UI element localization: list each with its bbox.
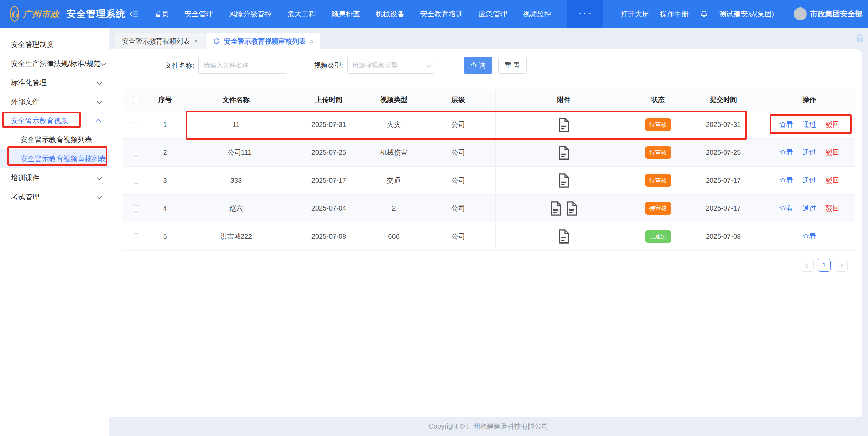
level-cell: 公司 bbox=[421, 195, 496, 222]
attachment-cell bbox=[496, 222, 632, 250]
table-row: 4赵六2025-07-042公司待审核2025-07-17查看通过驳回 bbox=[123, 195, 855, 222]
status-badge: 待审核 bbox=[645, 146, 671, 159]
sidebar-item[interactable]: 安全警示教育视频 bbox=[0, 111, 109, 130]
status-cell: 待审核 bbox=[632, 167, 684, 195]
row-index: 4 bbox=[149, 195, 181, 222]
video-type-cell: 666 bbox=[367, 222, 421, 250]
main-layout: 安全管理制度安全生产法律法规/标准/规范标准化管理外部文件安全警示教育视频安全警… bbox=[0, 28, 868, 436]
action-link[interactable]: 驳回 bbox=[826, 120, 839, 129]
user-department[interactable]: 市政集团安全部 bbox=[810, 9, 863, 19]
attachment-cell bbox=[496, 167, 632, 195]
card-row: 文件名称: 视频类型: 请选择视频类型 查 询 重 置 bbox=[109, 49, 868, 417]
nav-more-button[interactable]: ··· bbox=[567, 0, 603, 28]
search-button[interactable]: 查 询 bbox=[464, 57, 492, 74]
select-all-checkbox[interactable] bbox=[133, 97, 139, 103]
action-link[interactable]: 查看 bbox=[803, 232, 816, 241]
row-checkbox[interactable] bbox=[133, 178, 139, 184]
document-icon[interactable] bbox=[558, 173, 570, 188]
sidebar-item[interactable]: 培训课件 bbox=[0, 168, 109, 187]
row-checkbox[interactable] bbox=[133, 233, 139, 239]
sidebar-item[interactable]: 安全管理制度 bbox=[0, 35, 109, 54]
action-link[interactable]: 驳回 bbox=[826, 176, 839, 185]
row-index: 2 bbox=[149, 139, 181, 167]
submit-time-cell: 2025-07-25 bbox=[684, 139, 763, 167]
action-link[interactable]: 驳回 bbox=[826, 148, 839, 157]
chevron-left-icon bbox=[805, 263, 809, 268]
action-links: 查看通过驳回 bbox=[779, 176, 839, 185]
action-links: 查看通过驳回 bbox=[779, 120, 839, 129]
status-badge: 待审核 bbox=[645, 174, 671, 187]
close-icon[interactable]: × bbox=[194, 37, 198, 45]
reset-button[interactable]: 重 置 bbox=[498, 57, 527, 74]
sidebar-item-label: 培训课件 bbox=[11, 173, 97, 183]
row-checkbox[interactable] bbox=[133, 122, 139, 128]
table-body: 1112025-07-31火灾公司待审核2025-07-31查看通过驳回2一公司… bbox=[123, 111, 855, 250]
row-index: 3 bbox=[149, 167, 181, 195]
row-index: 1 bbox=[149, 111, 181, 139]
nav-item[interactable]: 隐患排查 bbox=[332, 9, 360, 19]
action-link[interactable]: 通过 bbox=[803, 176, 816, 185]
nav-item[interactable]: 应急管理 bbox=[479, 9, 507, 19]
avatar[interactable] bbox=[794, 7, 807, 20]
manual-button[interactable]: 操作手册 bbox=[660, 9, 689, 19]
nav-item[interactable]: 首页 bbox=[155, 9, 169, 19]
row-checkbox-cell bbox=[123, 195, 149, 222]
action-link[interactable]: 查看 bbox=[779, 148, 793, 157]
action-link[interactable]: 通过 bbox=[803, 148, 816, 157]
action-links: 查看 bbox=[803, 232, 816, 241]
tab-label: 安全警示教育视频审核列表 bbox=[224, 37, 306, 46]
column-header: 提交时间 bbox=[684, 89, 763, 111]
video-type-cell: 火灾 bbox=[367, 111, 421, 139]
video-type-label: 视频类型: bbox=[314, 61, 343, 70]
sidebar-subitem[interactable]: 安全警示教育视频列表 bbox=[0, 130, 109, 149]
status-cell: 已通过 bbox=[632, 222, 684, 250]
action-link[interactable]: 查看 bbox=[779, 176, 793, 185]
next-page-button[interactable] bbox=[835, 259, 848, 272]
bell-icon[interactable] bbox=[700, 10, 708, 18]
row-checkbox[interactable] bbox=[133, 150, 139, 156]
tab-video-review-list[interactable]: 安全警示教育视频审核列表 × bbox=[206, 33, 320, 49]
tab-label: 安全警示教育视频列表 bbox=[122, 37, 190, 46]
sidebar-item-label: 考试管理 bbox=[11, 192, 97, 202]
sidebar-item-label: 标准化管理 bbox=[11, 78, 97, 87]
action-link[interactable]: 查看 bbox=[779, 204, 793, 213]
nav-item[interactable]: 危大工程 bbox=[287, 9, 316, 19]
prev-page-button[interactable] bbox=[801, 259, 814, 272]
action-link[interactable]: 驳回 bbox=[826, 204, 839, 213]
document-icon[interactable] bbox=[558, 145, 570, 160]
tab-video-list[interactable]: 安全警示教育视频列表 × bbox=[115, 33, 205, 49]
nav-item[interactable]: 安全教育培训 bbox=[420, 9, 463, 19]
brand-emblem-icon: G bbox=[10, 6, 19, 22]
nav-item[interactable]: 风险分级管控 bbox=[229, 9, 272, 19]
lock-open-icon[interactable] bbox=[854, 33, 865, 45]
table-row: 5洪吉城2222025-07-08666公司已通过2025-07-08查看 bbox=[123, 222, 855, 250]
document-icon[interactable] bbox=[566, 201, 578, 216]
video-type-select[interactable]: 请选择视频类型 bbox=[347, 57, 435, 74]
chevron-down-icon bbox=[426, 62, 431, 68]
open-big-screen-button[interactable]: 打开大屏 bbox=[621, 9, 649, 19]
sidebar-item[interactable]: 考试管理 bbox=[0, 187, 109, 206]
document-icon[interactable] bbox=[550, 201, 562, 216]
nav-item[interactable]: 机械设备 bbox=[376, 9, 404, 19]
sidebar-item[interactable]: 安全生产法律法规/标准/规范 bbox=[0, 54, 109, 73]
action-link[interactable]: 通过 bbox=[803, 120, 816, 129]
action-link[interactable]: 通过 bbox=[803, 204, 816, 213]
upload-time-cell: 2025-07-17 bbox=[291, 167, 367, 195]
menu-fold-icon[interactable] bbox=[129, 9, 139, 19]
file-name-input[interactable] bbox=[198, 57, 286, 74]
document-icon[interactable] bbox=[558, 229, 570, 244]
document-icon[interactable] bbox=[558, 117, 570, 132]
tenant-switcher[interactable]: 测试建安易(集团) bbox=[719, 9, 774, 19]
action-link[interactable]: 查看 bbox=[779, 120, 793, 129]
nav-item[interactable]: 安全管理 bbox=[184, 9, 213, 19]
sidebar-item[interactable]: 外部文件 bbox=[0, 92, 109, 111]
sidebar-subitem[interactable]: 安全警示教育视频审核列表 bbox=[0, 149, 109, 168]
brand-logo: G 广州市政 安全管理系统 bbox=[0, 0, 109, 28]
sidebar-item[interactable]: 标准化管理 bbox=[0, 73, 109, 92]
page-number-button[interactable]: 1 bbox=[818, 259, 831, 272]
sync-icon[interactable] bbox=[213, 38, 220, 45]
nav-item[interactable]: 视频监控 bbox=[523, 9, 551, 19]
app-title: 安全管理系统 bbox=[66, 7, 126, 20]
row-checkbox[interactable] bbox=[133, 205, 139, 212]
close-icon[interactable]: × bbox=[310, 37, 314, 45]
